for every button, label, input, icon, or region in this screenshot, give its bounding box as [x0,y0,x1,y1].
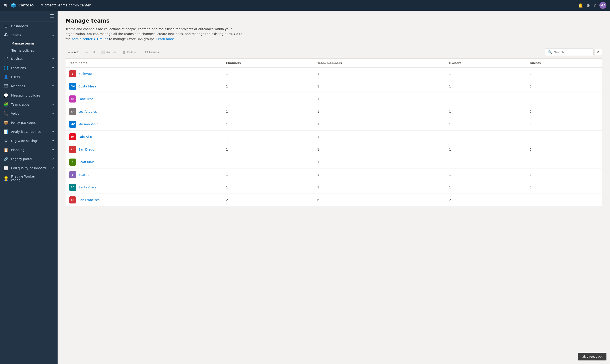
sidebar-item-teams[interactable]: Teams ∧ [0,31,58,40]
team-owners: 1 [445,105,526,118]
delete-button[interactable]: 🗑 Delete [120,49,139,55]
team-owners: 1 [445,93,526,105]
team-avatar: MV [69,121,76,128]
team-name-cell: LA Los Angeles [65,105,222,118]
team-name-link[interactable]: Palo Alto [78,135,92,139]
sidebar-item-voice[interactable]: 📞 Voice ∨ [0,109,58,118]
table-row[interactable]: B Bellevue 1 1 1 0 [65,67,602,80]
sidebar-item-policy-packages[interactable]: 📦 Policy packages [0,118,58,127]
team-channels: 1 [222,67,314,80]
sidebar-subitem-teams-policies[interactable]: Teams policies [0,47,58,54]
table-row[interactable]: LA Los Angeles 1 1 1 0 [65,105,602,118]
planning-label: Planning [11,148,49,152]
avatar[interactable]: MA [599,2,607,9]
team-name-link[interactable]: San Diego [78,148,94,151]
sidebar-item-messaging-policies[interactable]: 💬 Messaging policies [0,91,58,100]
sidebar-item-locations[interactable]: 🌐 Locations ∨ [0,63,58,72]
team-name-cell: CM Costa Mesa [65,80,222,92]
team-name-link[interactable]: Lone Tree [78,97,93,101]
table-row[interactable]: LT Lone Tree 1 1 1 0 [65,93,602,105]
planning-chevron: ∨ [52,148,54,151]
teams-chevron: ∧ [52,34,54,37]
meetings-icon [3,84,8,89]
notification-icon[interactable]: 🔔 [578,3,583,8]
sidebar-item-analytics[interactable]: 📊 Analytics & reports ∨ [0,127,58,136]
add-button[interactable]: + + Add [65,49,82,55]
sidebar-subitem-manage-teams[interactable]: Manage teams [0,40,58,47]
table-row[interactable]: SF San Francisco 2 6 2 0 [65,194,602,206]
team-count: 17 teams [144,51,544,54]
team-name-cell: PA Palo Alto [65,131,222,143]
col-team-members: Team members [314,59,445,67]
sidebar-item-legacy-portal[interactable]: 🔗 Legacy portal ↗ [0,154,58,163]
column-settings-button[interactable]: ⚙ [595,49,602,55]
team-members: 1 [314,118,445,131]
team-name-link[interactable]: Seattle [78,173,90,176]
search-box[interactable]: 🔍 [545,49,594,56]
table-row[interactable]: PA Palo Alto 1 1 1 0 [65,131,602,143]
team-channels: 1 [222,169,314,181]
help-icon[interactable]: ? [594,3,596,8]
team-channels: 1 [222,181,314,194]
team-name-link[interactable]: Mission Viejo [78,122,99,126]
devices-chevron: ∨ [52,57,54,60]
sidebar-item-meetings[interactable]: Meetings ∨ [0,81,58,91]
team-channels: 1 [222,93,314,105]
sidebar-item-call-quality[interactable]: 📈 Call quality dashboard ↗ [0,163,58,172]
layout: ☰ ⊞ Dashboard Teams ∧ Manage teams Teams… [0,11,610,364]
logo[interactable]: Contoso [10,2,34,8]
planning-icon: 📋 [3,147,8,152]
col-guests: Guests [526,59,602,67]
give-feedback-button[interactable]: Give feedback [578,353,607,361]
archive-button[interactable]: ⬜ Archive [99,49,119,55]
svg-rect-6 [4,84,8,87]
team-owners: 1 [445,156,526,169]
analytics-chevron: ∨ [52,130,54,133]
sidebar-item-users[interactable]: 👤 Users [0,72,58,81]
table-row[interactable]: MV Mission Viejo 1 1 1 0 [65,118,602,131]
table-row[interactable]: SC Santa Clara 1 1 1 0 [65,181,602,194]
table-row[interactable]: S Scottsdale 1 1 1 0 [65,156,602,169]
team-name-link[interactable]: San Francisco [78,198,100,202]
team-channels: 1 [222,131,314,143]
teams-table: Team name Channels Team members Owners G… [65,59,602,206]
team-avatar: S [69,171,76,178]
settings-icon[interactable]: ⚙ [586,3,590,8]
teams-apps-chevron: ∨ [52,103,54,106]
team-name-cell: MV Mission Viejo [65,118,222,130]
grid-icon[interactable]: ⊞ [3,3,7,8]
table-row[interactable]: SD San Diego 1 1 1 0 [65,143,602,156]
edit-button[interactable]: ✏ Edit [83,49,97,55]
search-input[interactable] [554,51,589,54]
devices-label: Devices [11,57,49,60]
learn-more-link[interactable]: Learn more [156,37,174,41]
sidebar-item-org-settings[interactable]: ⚙️ Org-wide settings ∨ [0,136,58,145]
devices-icon [3,56,8,61]
team-guests: 0 [526,105,602,118]
table-row[interactable]: S Seattle 1 1 1 0 [65,169,602,181]
table-row[interactable]: CM Costa Mesa 1 1 1 0 [65,80,602,93]
sidebar-item-devices[interactable]: Devices ∨ [0,54,58,63]
team-name-link[interactable]: Costa Mesa [78,85,96,88]
org-icon: ⚙️ [3,138,8,143]
sidebar-header: ☰ [0,11,58,22]
locations-chevron: ∨ [52,66,54,69]
team-name-link[interactable]: Scottsdale [78,160,94,164]
team-name-link[interactable]: Bellevue [78,72,92,76]
team-name-cell: SC Santa Clara [65,181,222,194]
team-guests: 0 [526,93,602,105]
hamburger-icon[interactable]: ☰ [50,13,54,19]
svg-rect-3 [4,57,7,59]
sidebar-item-dashboard[interactable]: ⊞ Dashboard [0,22,58,31]
give-feedback-label: Give feedback [582,355,602,358]
sidebar-item-planning[interactable]: 📋 Planning ∨ [0,145,58,154]
col-channels: Channels [222,59,314,67]
admin-center-link[interactable]: Admin center > Groups [72,37,108,41]
users-label: Users [11,75,54,79]
sidebar-item-teams-apps[interactable]: 🧩 Teams apps ∨ [0,100,58,109]
team-name-link[interactable]: Santa Clara [78,185,96,189]
sidebar-item-firstline[interactable]: 👷 Firstline Worker configu... ↗ [0,172,58,184]
team-name-link[interactable]: Los Angeles [78,110,97,113]
team-owners: 1 [445,169,526,181]
team-channels: 1 [222,143,314,156]
